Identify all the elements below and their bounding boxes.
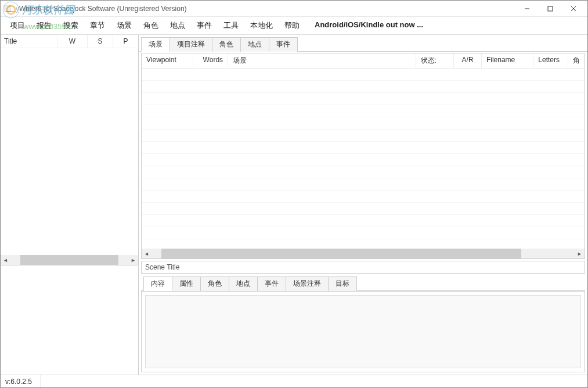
menu-tools[interactable]: 工具: [218, 18, 244, 33]
titlebar: yWriter6 (c) Spacejock Software (Unregis…: [1, 1, 587, 17]
scene-grid-header: Viewpoint Words 场景 状态: A/R Filename Lett…: [142, 53, 585, 69]
scene-grid-body[interactable]: [142, 69, 585, 249]
scroll-right-icon[interactable]: ►: [575, 249, 585, 258]
col-w[interactable]: W: [57, 35, 88, 48]
chapter-grid-header: Title W S P: [1, 35, 138, 48]
tab-event[interactable]: 事件: [269, 37, 298, 52]
scene-title-box[interactable]: Scene Title: [141, 261, 585, 274]
tab-location[interactable]: 地点: [240, 37, 269, 52]
scroll-left-icon[interactable]: ◄: [142, 249, 151, 258]
col-filename[interactable]: Filename: [482, 53, 533, 68]
scroll-left-icon[interactable]: ◄: [1, 255, 10, 265]
col-status[interactable]: 状态:: [416, 53, 454, 68]
table-row[interactable]: [142, 69, 585, 81]
menu-chapter[interactable]: 章节: [84, 18, 111, 33]
col-role[interactable]: 角: [568, 53, 585, 68]
scroll-thumb[interactable]: [161, 249, 521, 258]
tab-attrs[interactable]: 属性: [172, 276, 201, 291]
col-viewpoint[interactable]: Viewpoint: [142, 53, 193, 68]
svg-rect-1: [5, 6, 10, 12]
table-row[interactable]: [142, 215, 585, 227]
scene-grid: Viewpoint Words 场景 状态: A/R Filename Lett…: [141, 53, 585, 259]
maximize-icon: [547, 6, 553, 12]
scroll-thumb[interactable]: [20, 255, 118, 265]
main-area: Title W S P ◄ ► 场景 项目注释 角色 地点 事件 Viewpoi…: [1, 34, 587, 375]
upper-tabs: 场景 项目注释 角色 地点 事件: [139, 35, 587, 52]
col-words[interactable]: Words: [193, 53, 228, 68]
table-row[interactable]: [142, 178, 585, 191]
minimize-icon: [524, 6, 530, 12]
menu-item-event[interactable]: 事件: [191, 18, 218, 33]
scene-hscroll[interactable]: ◄ ►: [142, 249, 585, 258]
lower-tabs: 内容 属性 角色 地点 事件 场景注释 目标: [141, 275, 585, 291]
content-panel: [141, 291, 585, 372]
menu-help[interactable]: 帮助: [279, 18, 305, 33]
col-p[interactable]: P: [113, 35, 138, 48]
maximize-button[interactable]: [539, 1, 562, 16]
tab-event2[interactable]: 事件: [257, 276, 286, 291]
table-row[interactable]: [142, 203, 585, 215]
chapter-panel: Title W S P ◄ ►: [1, 35, 138, 265]
svg-rect-3: [548, 6, 553, 11]
menu-project[interactable]: 项目: [4, 18, 31, 33]
minimize-button[interactable]: [515, 1, 539, 16]
menu-localize[interactable]: 本地化: [244, 18, 279, 33]
tab-scene[interactable]: 场景: [141, 37, 170, 52]
statusbar: v:6.0.2.5: [1, 375, 587, 387]
menu-character[interactable]: 角色: [138, 18, 164, 33]
tab-character2[interactable]: 角色: [200, 276, 229, 291]
col-scene[interactable]: 场景: [228, 53, 416, 68]
tab-content[interactable]: 内容: [143, 276, 172, 291]
window-controls: [515, 1, 585, 16]
right-column: 场景 项目注释 角色 地点 事件 Viewpoint Words 场景 状态: …: [139, 35, 587, 375]
menubar: 项目 报告 搜索 章节 场景 角色 地点 事件 工具 本地化 帮助 Androi…: [1, 17, 587, 34]
app-icon: [3, 4, 12, 13]
lower-tabs-panel: 内容 属性 角色 地点 事件 场景注释 目标: [141, 275, 585, 372]
table-row[interactable]: [142, 130, 585, 142]
table-row[interactable]: [142, 166, 585, 178]
table-row[interactable]: [142, 154, 585, 166]
tab-scene-notes[interactable]: 场景注释: [286, 276, 329, 291]
menu-location[interactable]: 地点: [164, 18, 191, 33]
scene-content-textarea[interactable]: [145, 295, 581, 368]
menu-promo[interactable]: Android/iOS/Kindle out now ...: [309, 18, 429, 33]
chapter-grid-body[interactable]: [1, 48, 138, 255]
tab-location2[interactable]: 地点: [229, 276, 258, 291]
chapter-hscroll[interactable]: ◄ ►: [1, 255, 138, 265]
tab-character[interactable]: 角色: [212, 37, 241, 52]
col-letters[interactable]: Letters: [533, 53, 568, 68]
table-row[interactable]: [142, 191, 585, 203]
left-column: Title W S P ◄ ►: [1, 35, 139, 375]
left-bottom-panel[interactable]: [1, 265, 138, 375]
status-version: v:6.0.2.5: [1, 375, 41, 387]
tab-goal[interactable]: 目标: [328, 276, 357, 291]
table-row[interactable]: [142, 81, 585, 93]
close-button[interactable]: [562, 1, 585, 16]
status-spacer: [41, 375, 587, 387]
col-ar[interactable]: A/R: [454, 53, 482, 68]
table-row[interactable]: [142, 117, 585, 130]
col-s[interactable]: S: [88, 35, 113, 48]
table-row[interactable]: [142, 93, 585, 105]
tab-project-notes[interactable]: 项目注释: [169, 37, 212, 52]
col-title[interactable]: Title: [1, 35, 57, 48]
menu-report[interactable]: 报告: [31, 18, 57, 33]
close-icon: [571, 6, 576, 12]
menu-search[interactable]: 搜索: [57, 18, 84, 33]
window-title: yWriter6 (c) Spacejock Software (Unregis…: [16, 5, 515, 13]
menu-scene[interactable]: 场景: [111, 18, 138, 33]
table-row[interactable]: [142, 227, 585, 239]
scroll-right-icon[interactable]: ►: [128, 255, 138, 265]
table-row[interactable]: [142, 142, 585, 154]
table-row[interactable]: [142, 105, 585, 117]
